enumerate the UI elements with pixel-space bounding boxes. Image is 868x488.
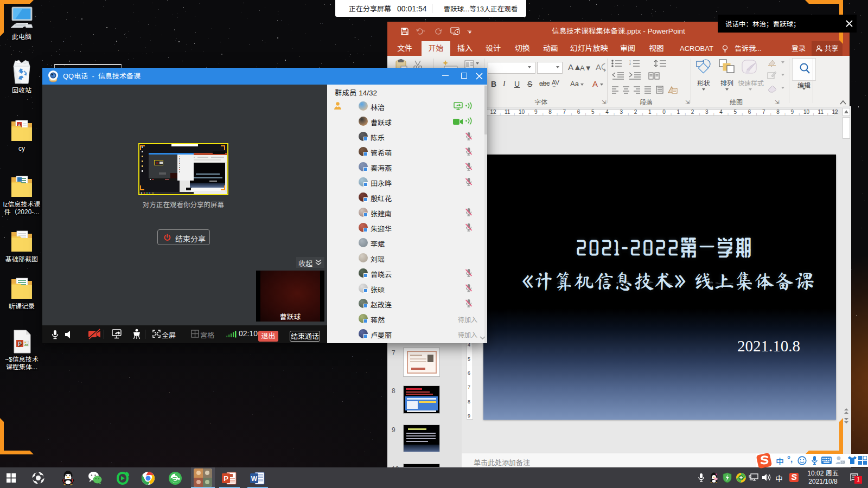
svg-text:10: 10: [841, 460, 845, 464]
svg-text:2: 2: [629, 62, 631, 66]
svg-text:W: W: [251, 475, 258, 483]
svg-text:P: P: [18, 341, 22, 347]
svg-text:P: P: [224, 474, 228, 483]
